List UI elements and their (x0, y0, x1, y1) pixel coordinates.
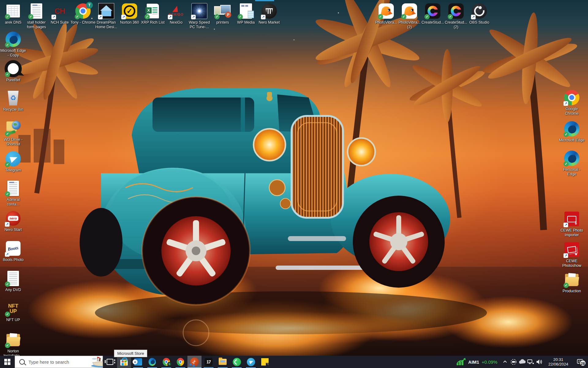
tradingview-icon: 17 (205, 358, 213, 366)
search-icon (19, 359, 25, 365)
taskbar-telegram-button[interactable] (244, 356, 258, 368)
desktop-icon-createstudio-2[interactable]: ✓CreateStud... (2) (443, 2, 469, 29)
check-badge: ✓ (564, 161, 569, 167)
desktop-icon-label: stall holder form.pages (23, 20, 50, 29)
desktop-icon-nft-up[interactable]: NFT UP✓NFT UP (0, 300, 26, 322)
check-badge: ✓ (448, 14, 453, 19)
check-badge: ✓ (564, 132, 569, 137)
desktop-icon-label: OBS Studio (466, 20, 492, 25)
desktop-icon-edge-copy[interactable]: ✓Microsoft Edge - Copy (0, 31, 26, 58)
telegram-icon (247, 358, 255, 366)
desktop-icon-xrp-rich-list[interactable]: X✓XRP Rich List (140, 2, 166, 25)
desktop-icon-label: Admiral conta... (0, 197, 26, 207)
desktop-icon-label: Norton 360 (116, 20, 143, 25)
desktop-icon-wp-media[interactable]: ✓WP Media (233, 2, 259, 25)
desktop-icon-any-dvd[interactable]: ✓Any DVD (0, 270, 26, 292)
desktop-icon-label: DreamPlan Home Desi... (93, 20, 119, 29)
desktop-icon-label: Tony - Chrome (70, 20, 96, 25)
desktop-icon-label: Nero Market (256, 20, 282, 25)
shortcut-arrow-badge: ↗ (5, 222, 9, 227)
desktop-icon-createstudio-1[interactable]: ✓CreateStud... (420, 2, 446, 25)
desktop-icon-label: arek DNS (0, 20, 26, 25)
ticker-change: +0.09% (482, 359, 497, 365)
check-badge: ✓ (401, 14, 406, 19)
desktop-icon-cewe-photoshow[interactable]: ↗CEWE Photoshow (559, 241, 585, 268)
desktop-icon-photovibra-1[interactable]: ✓PhotoVibra... (373, 2, 399, 25)
desktop-icon-label: WP Media (233, 20, 259, 25)
check-badge: ✓ (145, 14, 150, 19)
desktop-icon-label: PhotoVibra... (373, 20, 399, 25)
tray-overflow-chevron[interactable] (501, 356, 509, 368)
desktop-icon-label: CreateStud... (2) (443, 20, 469, 29)
desktop-icon-dreamplan[interactable]: ↗DreamPlan Home Desi... (93, 2, 119, 29)
desktop-icon-warp-speed[interactable]: ↗Warp Speed PC Tune-... (186, 2, 213, 29)
clock-date: 22/06/2024 (545, 362, 571, 366)
desktop-icon-label: Google Chrome (559, 107, 585, 116)
desktop-icon-microsoft-edge[interactable]: ✓Microsoft Edge (559, 120, 585, 143)
check-badge: ✓ (75, 14, 80, 19)
desktop-icon-google-chrome[interactable]: ↗Google Chrome (559, 89, 585, 116)
network-icon[interactable] (527, 356, 535, 368)
taskbar-clock[interactable]: 20:31 22/06/2024 (544, 357, 573, 366)
microsoft-store-button[interactable] (117, 356, 131, 368)
desktop-icon-boots-photo[interactable]: Boots↗Boots Photo (0, 240, 26, 262)
desktop-icon-label: Any DVD (0, 288, 26, 292)
desktop-icon-wd-drive[interactable]: ✓WD Drive - Shortcut (0, 120, 26, 147)
taskbar-chrome-profile-button[interactable]: S (159, 356, 173, 368)
desktop-icon-tony-chrome[interactable]: T✓Tony - Chrome (70, 2, 96, 25)
check-badge: ✓ (5, 191, 10, 197)
taskbar-chrome-button[interactable] (173, 356, 187, 368)
window-edge-strip (255, 0, 274, 1)
desktop-icon-label: Microsoft Edge - Copy (0, 48, 26, 58)
desktop-icon-nero-market[interactable]: ↗Nero Market (256, 2, 282, 25)
outlook-icon: o (134, 358, 142, 366)
task-view-button[interactable] (103, 356, 117, 368)
search-box[interactable] (15, 356, 103, 368)
taskbar-outlook-button[interactable]: o (131, 356, 145, 368)
taskbar-file-explorer-button[interactable] (216, 356, 230, 368)
check-badge: ✓ (5, 14, 10, 19)
desktop-icon-photovibra-2[interactable]: ✓PhotoVibra... (2) (396, 2, 423, 29)
taskbar-screen-capture-button[interactable] (187, 356, 202, 368)
volume-icon[interactable] (535, 356, 543, 368)
taskbar-sticky-notes-button[interactable] (258, 356, 272, 368)
action-center-button[interactable]: 28 (573, 356, 587, 368)
shortcut-arrow-badge: ↗ (98, 15, 103, 19)
shortcut-arrow-badge: ↗ (5, 252, 9, 257)
desktop-icon-nexigo[interactable]: NEXIGO↗NexiGo (163, 2, 189, 25)
desktop-icon-norton-360[interactable]: ↗Norton 360 (116, 2, 143, 25)
desktop-icon-nch-suite[interactable]: CH↗NCH Suite (47, 2, 73, 25)
desktop-icon-pureref[interactable]: ✓PureRef (0, 60, 26, 82)
desktop-icon-cewe-photo-importer[interactable]: ↗CEWE Photo Importer (559, 210, 585, 237)
search-input[interactable] (28, 359, 90, 365)
desktop-icon-nero-start[interactable]: nero↗Nero Start (0, 210, 26, 232)
taskbar-edge-button[interactable] (145, 356, 159, 368)
desktop-icon-admiral[interactable]: ✓Admiral conta... (0, 180, 26, 207)
desktop-icon-personal-edge[interactable]: ✓Personal - Edge (559, 150, 585, 177)
wallpaper-scene (0, 0, 588, 368)
shortcut-arrow-badge: ↗ (121, 15, 126, 19)
desktop-icon-printers[interactable]: P✓printers (209, 2, 236, 25)
globe-icon (12, 121, 21, 129)
check-badge: ✓ (5, 282, 10, 287)
check-badge: ✓ (5, 162, 10, 167)
desktop-icon-norton-installation[interactable]: ✓Norton Installatio... (0, 331, 26, 358)
desktop-icon-label: CEWE Photo Importer (559, 228, 585, 237)
start-button[interactable] (0, 356, 15, 368)
store-bag-icon (120, 360, 128, 366)
desktop-icon-obs-studio[interactable]: ↗OBS Studio (466, 2, 492, 25)
desktop-icon-arek-dns[interactable]: ✓arek DNS (0, 2, 26, 25)
desktop-icon-recycle-bin[interactable]: Recycle Bin (0, 90, 26, 112)
taskbar-whatsapp-button[interactable] (230, 356, 244, 368)
windows-logo-icon (4, 359, 10, 365)
shortcut-arrow-badge: ↗ (191, 15, 196, 19)
meet-now-icon[interactable] (510, 356, 518, 368)
desktop-icon-telegram[interactable]: ✓Telegram (0, 150, 26, 173)
desktop-icon-label: Boots Photo (0, 258, 26, 262)
taskbar-tradingview-button[interactable]: 17 (202, 356, 216, 368)
desktop-icon-production[interactable]: ✓Production (559, 271, 585, 293)
desktop-icon-stall-holder-form[interactable]: ✓stall holder form.pages (23, 2, 50, 29)
stock-ticker-widget[interactable]: AIM1 +0.09% (454, 356, 500, 368)
onedrive-cloud-icon[interactable] (518, 356, 526, 368)
check-badge: ✓ (238, 14, 243, 19)
